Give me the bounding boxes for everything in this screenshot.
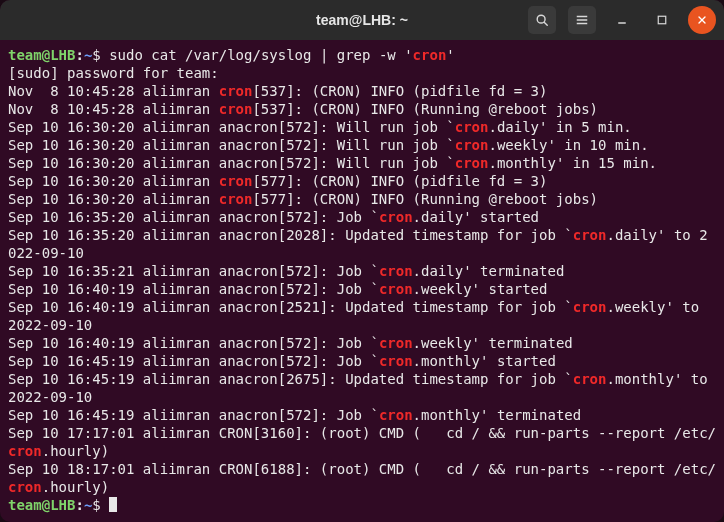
command-highlight: cron (413, 47, 447, 63)
prompt-dollar: $ (92, 47, 109, 63)
minimize-button[interactable] (608, 6, 636, 34)
prompt-colon: : (75, 47, 83, 63)
grep-highlight: cron (379, 209, 413, 225)
prompt-colon: : (75, 497, 83, 513)
search-icon (535, 13, 549, 27)
grep-highlight: cron (379, 407, 413, 423)
cursor (109, 497, 117, 512)
maximize-icon (656, 14, 668, 26)
search-button[interactable] (528, 6, 556, 34)
grep-highlight: cron (8, 443, 42, 459)
grep-highlight: cron (379, 281, 413, 297)
close-button[interactable] (688, 6, 716, 34)
prompt-user-host: team@LHB (8, 497, 75, 513)
maximize-button[interactable] (648, 6, 676, 34)
minimize-icon (616, 14, 628, 26)
grep-highlight: cron (573, 299, 607, 315)
grep-highlight: cron (455, 137, 489, 153)
menu-button[interactable] (568, 6, 596, 34)
grep-highlight: cron (379, 263, 413, 279)
terminal-viewport[interactable]: team@LHB:~$ sudo cat /var/log/syslog | g… (0, 40, 724, 522)
grep-highlight: cron (573, 227, 607, 243)
log-output: Nov 8 10:45:28 aliimran cron[537]: (CRON… (8, 83, 716, 495)
svg-rect-6 (658, 16, 666, 24)
grep-highlight: cron (455, 155, 489, 171)
grep-highlight: cron (219, 191, 253, 207)
sudo-password-line: [sudo] password for team: (8, 65, 219, 81)
command-suffix: ' (446, 47, 454, 63)
grep-highlight: cron (219, 101, 253, 117)
hamburger-icon (575, 13, 589, 27)
command-prefix: sudo cat /var/log/syslog | grep -w ' (109, 47, 412, 63)
grep-highlight: cron (379, 353, 413, 369)
grep-highlight: cron (219, 173, 253, 189)
grep-highlight: cron (573, 371, 607, 387)
titlebar: team@LHB: ~ (0, 0, 724, 40)
svg-line-1 (544, 22, 547, 25)
prompt-user-host: team@LHB (8, 47, 75, 63)
grep-highlight: cron (379, 335, 413, 351)
grep-highlight: cron (8, 479, 42, 495)
grep-highlight: cron (455, 119, 489, 135)
close-icon (696, 14, 708, 26)
grep-highlight: cron (219, 83, 253, 99)
prompt-dollar: $ (92, 497, 109, 513)
terminal-window: team@LHB: ~ team@LHB:~$ sudo cat /var/lo… (0, 0, 724, 522)
